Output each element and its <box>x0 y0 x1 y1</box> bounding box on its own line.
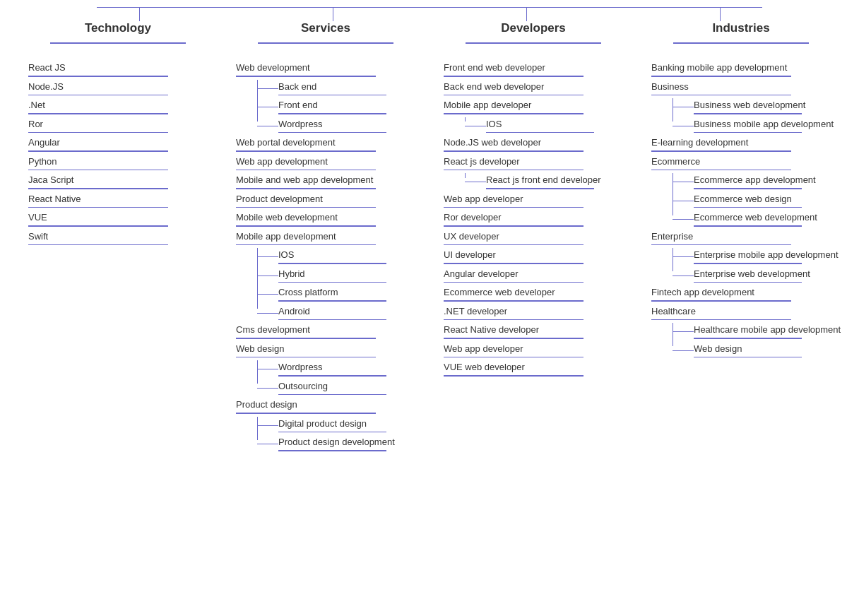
item-underline <box>444 319 583 321</box>
item-underline <box>278 263 386 264</box>
item-underline <box>236 150 376 152</box>
tree-item: VUE <box>28 211 215 227</box>
item-label: Digital product design <box>278 417 367 430</box>
item-underline <box>28 132 168 134</box>
item-label: IOS <box>278 248 294 261</box>
item-label: Angular <box>28 136 60 149</box>
item-underline <box>236 207 376 208</box>
children-container: Ecommerce app developmentEcommerce web d… <box>694 173 838 227</box>
tree-item: Product development <box>236 192 422 208</box>
tree-item: Web designWordpressOutsourcing <box>236 342 422 396</box>
tree-item: Angular developer <box>444 267 630 283</box>
item-label: React js developer <box>444 155 520 168</box>
tree-item: Enterprise web development <box>694 267 838 283</box>
item-label: Business mobile app development <box>694 117 834 131</box>
item-label: Mobile and web app development <box>236 173 373 186</box>
item-underline <box>651 95 791 96</box>
tree-item: Mobile app developmentIOSHybridCross pla… <box>236 230 422 321</box>
tree-item: Fintech app development <box>651 285 838 302</box>
item-label: Front end web developer <box>444 61 545 74</box>
item-underline <box>28 225 168 227</box>
tree-item: Node.JS <box>28 80 215 96</box>
item-underline <box>694 225 802 227</box>
item-underline <box>651 319 791 321</box>
tree-item: Digital product design <box>278 417 422 433</box>
top-connector <box>42 7 817 21</box>
item-underline <box>444 225 583 227</box>
item-label: React Native developer <box>444 323 539 336</box>
tree-item: Business web development <box>694 98 838 114</box>
item-label: Wordpress <box>278 117 323 131</box>
item-underline <box>444 76 583 77</box>
tree-item: React js developerReact js front end dev… <box>444 155 630 189</box>
item-underline <box>236 357 376 358</box>
item-underline <box>236 76 376 77</box>
item-label: Swift <box>28 230 48 243</box>
item-label: .Net <box>28 98 45 112</box>
item-underline <box>28 76 168 77</box>
item-label: Angular developer <box>444 267 519 280</box>
item-underline <box>651 244 791 246</box>
item-label: Enterprise mobile app development <box>694 248 839 261</box>
item-label: Mobile web development <box>236 211 338 224</box>
tree-item: UX developer <box>444 230 630 246</box>
tree-item: Product designDigital product designProd… <box>236 398 422 451</box>
item-label: Product design <box>236 398 297 411</box>
tree-item: Ecommerce app development <box>694 173 838 189</box>
item-underline <box>236 225 376 227</box>
column-title-developers: Developers <box>437 21 630 35</box>
item-underline <box>236 244 376 246</box>
item-underline <box>236 413 376 414</box>
item-underline <box>694 132 802 134</box>
item-label: Node.JS web developer <box>444 136 541 149</box>
item-label: Product design development <box>278 435 395 449</box>
tree-item: Swift <box>28 230 215 246</box>
children-container: Enterprise mobile app developmentEnterpr… <box>694 248 838 283</box>
item-label: VUE web developer <box>444 360 525 374</box>
tree-item: Cms development <box>236 323 422 339</box>
children-container: Business web developmentBusiness mobile … <box>694 98 838 133</box>
column-services: ServicesWeb developmentBack endFront end… <box>222 21 430 454</box>
tree-item: Node.JS web developer <box>444 136 630 152</box>
tree-item: EnterpriseEnterprise mobile app developm… <box>651 230 838 283</box>
item-label: Front end <box>278 98 318 112</box>
item-label: Enterprise <box>651 230 693 243</box>
item-label: Mobile app development <box>236 230 336 243</box>
item-label: Product development <box>236 192 323 206</box>
item-label: Healthcare <box>651 304 696 318</box>
item-label: Web development <box>236 61 310 74</box>
item-underline <box>486 188 594 189</box>
item-label: Android <box>278 304 310 318</box>
item-label: Ecommerce app development <box>694 173 816 186</box>
item-label: .NET developer <box>444 304 507 318</box>
column-title-underline-technology <box>50 42 186 44</box>
tree-item: EcommerceEcommerce app developmentEcomme… <box>651 155 838 227</box>
item-underline <box>278 300 386 302</box>
item-label: UX developer <box>444 230 499 243</box>
children-container: IOSHybridCross platformAndroid <box>278 248 422 320</box>
item-label: Healthcare mobile app development <box>694 323 841 336</box>
tree-item: Web design <box>694 342 838 358</box>
tree-item: Healthcare mobile app development <box>694 323 838 339</box>
tree-item: Ecommerce web design <box>694 192 838 208</box>
item-underline <box>651 170 791 171</box>
item-underline <box>28 95 168 96</box>
tree-item: Web app developer <box>444 192 630 208</box>
item-underline <box>278 394 386 396</box>
tree-item: E-learning development <box>651 136 838 152</box>
item-underline <box>278 375 386 377</box>
column-title-industries: Industries <box>644 21 838 35</box>
item-label: Mobile app developer <box>444 98 531 112</box>
tree-item: BusinessBusiness web developmentBusiness… <box>651 80 838 134</box>
item-underline <box>236 170 376 171</box>
item-label: Python <box>28 155 57 168</box>
item-label: Web design <box>236 342 284 355</box>
children-container: WordpressOutsourcing <box>278 360 422 395</box>
item-label: Web portal development <box>236 136 336 149</box>
item-underline <box>651 76 791 77</box>
item-label: UI developer <box>444 248 496 261</box>
item-underline <box>278 450 386 451</box>
item-underline <box>444 338 583 339</box>
item-label: Ror developer <box>444 211 502 224</box>
item-label: Back end web developer <box>444 80 544 93</box>
